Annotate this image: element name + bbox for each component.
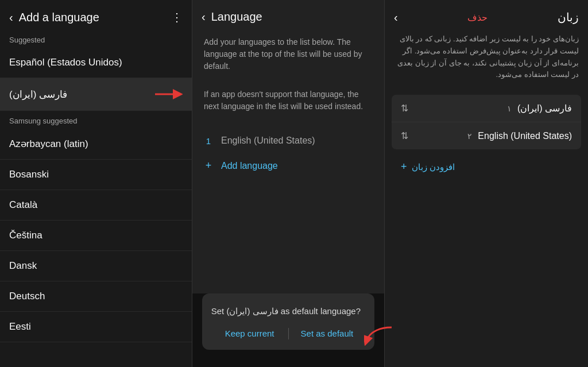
right-lang-item-1[interactable]: فارسی (ایران) ۱ ⇅ [392,95,581,122]
list-item[interactable]: Bosanski [0,160,192,190]
red-arrow-dialog-icon [364,325,393,347]
right-lang-list: فارسی (ایران) ۱ ⇅ English (United States… [392,95,581,149]
suggested-label: Suggested [0,31,192,48]
right-plus-icon: + [401,161,407,173]
red-arrow-icon [154,87,183,101]
samsung-lang-1: Azərbaycan (latin) [9,138,88,149]
middle-panel-title: Language [211,10,262,24]
right-lang-left-1: فارسی (ایران) ۱ [507,103,572,114]
list-item[interactable]: Eesti [0,312,192,342]
add-language-label: Add language [221,161,278,171]
samsung-suggested-label: Samsung suggested [0,111,192,129]
right-add-language-label: افزودن زبان [412,162,455,172]
samsung-lang-7: Eesti [9,321,31,332]
right-lang-name-1: فارسی (ایران) [517,103,572,114]
right-header: زبان حذف › [385,0,588,31]
list-item[interactable]: Español (Estados Unidos) [0,48,192,78]
right-panel: زبان حذف › زبان‌های خود را به لیست زیر ا… [385,0,588,367]
samsung-lang-3: Català [9,199,37,210]
samsung-lang-5: Dansk [9,260,37,271]
list-item[interactable]: Català [0,190,192,221]
dialog-actions: Keep current Set as default [211,326,366,341]
list-item[interactable]: Čeština [0,221,192,251]
right-forward-icon[interactable]: › [394,11,398,24]
middle-description-2: If an app doesn't support that language,… [204,88,373,113]
sort-icon-2[interactable]: ⇅ [401,130,408,141]
farsi-highlighted-item[interactable]: فارسی (ایران) [0,78,192,111]
keep-current-button[interactable]: Keep current [211,326,288,341]
lang-number-1: 1 [204,136,213,146]
sort-icon-1[interactable]: ⇅ [401,103,408,114]
back-icon[interactable]: ‹ [9,11,13,24]
right-lang-left-2: English (United States) ۲ [467,131,572,141]
set-as-default-button[interactable]: Set as default [289,326,366,341]
right-lang-num-1: ۱ [507,104,512,113]
left-header-left: ‹ Add a language [9,11,99,24]
lang-list-item-1[interactable]: 1 English (United States) [204,129,373,153]
suggested-lang-1: Español (Estados Unidos) [9,57,122,68]
left-panel-title: Add a language [19,11,99,24]
more-options-icon[interactable]: ⋮ [171,10,183,24]
samsung-lang-2: Bosanski [9,169,49,180]
list-item[interactable]: Azərbaycan (latin) [0,129,192,160]
dialog-title: Set فارسی (ایران) as default language? [211,305,366,317]
middle-back-icon[interactable]: ‹ [202,10,206,24]
right-lang-name-2: English (United States) [478,131,572,141]
right-description: زبان‌های خود را به لیست زیر اضافه کنید. … [385,31,588,90]
right-add-language-item[interactable]: افزودن زبان + [385,154,588,180]
middle-header: ‹ Language [192,0,384,30]
plus-icon: + [204,160,213,172]
right-lang-num-2: ۲ [467,132,472,141]
set-default-dialog: Set فارسی (ایران) as default language? K… [202,293,375,350]
list-item[interactable]: Deutsch [0,281,192,312]
right-panel-title: زبان [558,10,579,24]
lang-name-1: English (United States) [221,136,315,146]
add-language-item[interactable]: + Add language [204,153,373,179]
list-item[interactable]: Dansk [0,251,192,281]
right-lang-item-2[interactable]: English (United States) ۲ ⇅ [392,122,581,149]
samsung-lang-6: Deutsch [9,291,45,302]
samsung-lang-4: Čeština [9,230,42,241]
middle-panel: ‹ Language Add your languages to the lis… [192,0,385,367]
delete-button[interactable]: حذف [467,12,488,23]
dialog-overlay: Set فارسی (ایران) as default language? K… [192,293,384,367]
left-header: ‹ Add a language ⋮ [0,0,192,31]
samsung-lang-list: Azərbaycan (latin) Bosanski Català Češti… [0,129,192,367]
left-panel: ‹ Add a language ⋮ Suggested Español (Es… [0,0,192,367]
middle-description-1: Add your languages to the list below. Th… [204,36,373,72]
suggested-lang-2: فارسی (ایران) [9,88,67,101]
